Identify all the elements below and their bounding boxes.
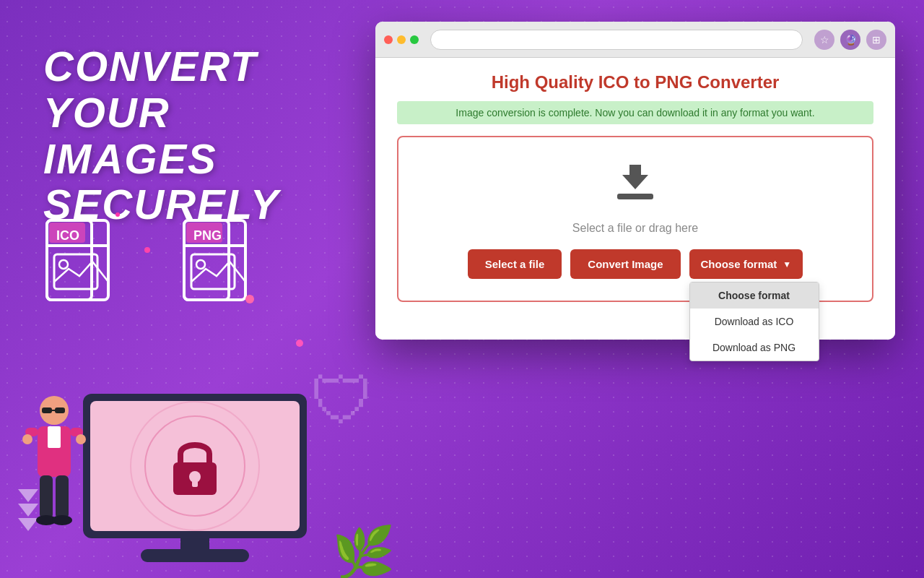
svg-rect-31 [617, 194, 653, 199]
illustration-container [0, 325, 383, 578]
drop-zone[interactable]: Select a file or drag here Select a file… [397, 136, 873, 302]
minimize-button-dot[interactable] [397, 35, 406, 44]
monitor [83, 394, 307, 538]
svg-point-13 [196, 260, 205, 269]
headline-line2: IMAGES SECURELY [43, 136, 346, 228]
ico-file-icon: ICO [43, 217, 123, 311]
dropdown-item-download-png[interactable]: Download as PNG [690, 335, 819, 361]
close-button-dot[interactable] [384, 35, 393, 44]
svg-rect-27 [40, 475, 53, 519]
plant-decoration: 🌿 [332, 527, 395, 578]
svg-rect-19 [55, 407, 65, 413]
deco-dot-1 [245, 295, 254, 303]
chevron-down-icon: ▼ [783, 259, 791, 269]
extension-icon[interactable]: 🔮 [840, 30, 860, 50]
download-icon [614, 159, 657, 210]
format-dropdown-button[interactable]: Choose format ▼ [689, 249, 803, 279]
browser-content: High Quality ICO to PNG Converter Image … [375, 58, 895, 340]
dropdown-item-choose-format[interactable]: Choose format [690, 282, 819, 309]
menu-icon[interactable]: ⊞ [866, 30, 886, 50]
maximize-button-dot[interactable] [410, 35, 419, 44]
svg-point-25 [76, 434, 86, 444]
headline: CONVERT YOUR IMAGES SECURELY [43, 43, 346, 228]
person-illustration [22, 390, 87, 535]
deco-dot-3 [296, 340, 303, 347]
url-bar[interactable] [430, 30, 803, 50]
svg-rect-18 [42, 407, 52, 413]
svg-rect-26 [48, 426, 61, 448]
browser-action-icons: ☆ 🔮 ⊞ [814, 30, 886, 50]
dropdown-item-download-ico[interactable]: Download as ICO [690, 309, 819, 335]
format-dropdown-menu: Choose format Download as ICO Download a… [689, 282, 819, 361]
deco-dot-4 [116, 212, 120, 217]
convert-image-button[interactable]: Convert Image [570, 249, 680, 279]
action-buttons: Select a file Convert Image Choose forma… [468, 249, 803, 279]
select-file-button[interactable]: Select a file [468, 249, 562, 279]
browser-window: ☆ 🔮 ⊞ High Quality ICO to PNG Converter … [375, 22, 895, 340]
svg-rect-28 [56, 475, 69, 519]
orbit-ring-2 [130, 401, 260, 531]
success-message: Image conversion is complete. Now you ca… [397, 101, 873, 124]
drop-zone-text: Select a file or drag here [572, 222, 698, 235]
svg-text:PNG: PNG [193, 228, 222, 243]
svg-point-6 [59, 260, 68, 269]
converter-title: High Quality ICO to PNG Converter [397, 72, 873, 92]
monitor-screen [90, 401, 300, 531]
browser-toolbar: ☆ 🔮 ⊞ [375, 22, 895, 58]
deco-dot-2 [144, 247, 150, 253]
svg-point-24 [22, 434, 32, 444]
svg-point-30 [52, 515, 72, 525]
format-dropdown-wrapper: Choose format ▼ Choose format Download a… [689, 249, 803, 279]
svg-text:ICO: ICO [56, 228, 79, 243]
file-icons-area: ICO PNG [43, 217, 260, 311]
browser-window-controls [384, 35, 419, 44]
headline-line1: CONVERT YOUR [43, 43, 346, 136]
format-button-label: Choose format [701, 258, 777, 270]
monitor-base [141, 549, 249, 562]
svg-marker-32 [622, 165, 648, 189]
star-icon[interactable]: ☆ [814, 30, 834, 50]
